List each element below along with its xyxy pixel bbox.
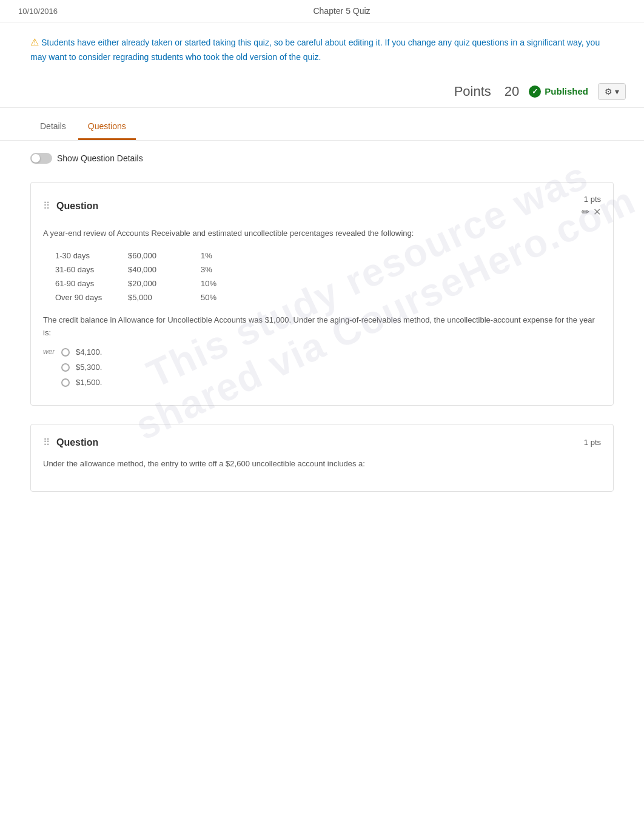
tab-details[interactable]: Details [30,114,76,140]
question-1-table: 1-30 days $60,000 1% 31-60 days $40,000 … [55,249,601,304]
drag-handle-icon[interactable]: ⠿ [43,437,50,448]
choice-3-text: $1,500. [76,378,102,387]
answer-choice: $1,500. [61,378,601,387]
question-1-label: Question [56,201,98,212]
table-cell: $5,000 [128,293,176,302]
warning-text: Students have either already taken or st… [30,38,600,62]
table-row: 61-90 days $20,000 10% [55,277,601,290]
question-2-label: Question [56,437,98,448]
table-cell: 10% [201,279,249,288]
table-cell: $20,000 [128,279,176,288]
gear-icon: ⚙ [605,87,612,96]
radio-choice-3[interactable] [61,378,70,387]
delete-question-1-button[interactable]: ✕ [593,206,601,218]
question-2-pts: 1 pts [584,438,601,447]
radio-choice-1[interactable] [61,348,70,357]
question-2-body: Under the allowance method, the entry to… [43,458,601,471]
table-row: 31-60 days $40,000 3% [55,263,601,277]
published-badge: ✓ Published [529,86,588,98]
question-1-pts: 1 pts [582,195,601,204]
table-row: Over 90 days $5,000 50% [55,290,601,304]
table-cell: $40,000 [128,265,176,274]
tab-questions[interactable]: Questions [78,114,136,140]
table-cell: 61-90 days [55,279,104,288]
points-value: 20 [505,84,519,99]
points-label: Points [454,84,491,99]
published-label: Published [545,86,588,96]
drag-handle-icon[interactable]: ⠿ [43,200,50,212]
table-cell: 50% [201,293,249,302]
answer-choice: $4,100. [61,347,601,357]
show-question-details-label: Show Question Details [57,153,143,163]
published-check-icon: ✓ [529,86,541,98]
show-question-details-toggle[interactable] [30,153,52,164]
table-cell: 3% [201,265,249,274]
choice-1-text: $4,100. [76,347,102,357]
edit-question-1-button[interactable]: ✏ [582,206,589,218]
warning-icon: ⚠ [30,37,39,47]
question-block-2: ⠿ Question 1 pts Under the allowance met… [30,424,614,492]
table-cell: $60,000 [128,251,176,260]
table-cell: 1-30 days [55,251,104,260]
gear-dropdown-arrow: ▾ [615,87,619,96]
answer-label: wer [43,347,55,356]
table-cell: 1% [201,251,249,260]
table-cell: 31-60 days [55,265,104,274]
radio-choice-2[interactable] [61,363,70,372]
table-row: 1-30 days $60,000 1% [55,249,601,263]
question-1-intro: A year-end review of Accounts Receivable… [43,227,601,240]
gear-button[interactable]: ⚙ ▾ [598,83,626,100]
date-label: 10/10/2016 [18,7,58,16]
question-1-body: The credit balance in Allowance for Unco… [43,314,601,340]
choice-2-text: $5,300. [76,363,102,372]
question-block-1: This study resource wasshared via Course… [30,182,614,406]
table-cell: Over 90 days [55,293,104,302]
page-title: Chapter 5 Quiz [313,6,370,16]
answer-choice: $5,300. [61,363,601,372]
tabs-bar: Details Questions [0,114,644,141]
